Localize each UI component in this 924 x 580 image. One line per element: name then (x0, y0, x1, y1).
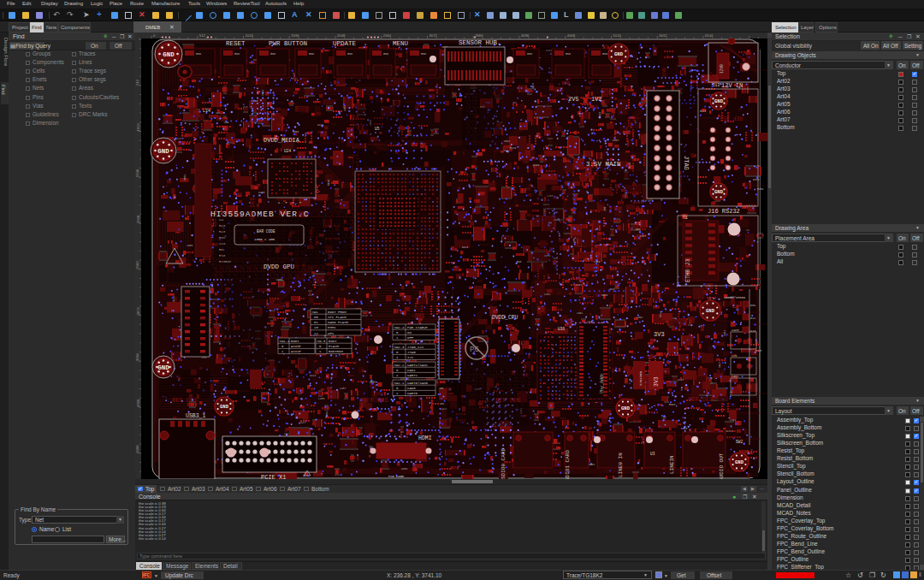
svg-text:C197: C197 (719, 362, 721, 368)
svg-text:L72: L72 (202, 357, 207, 359)
svg-text:REF DES: REF DES (172, 397, 197, 404)
svg-text:AUDIO OUT: AUDIO OUT (719, 453, 725, 479)
svg-text:J180: J180 (252, 100, 258, 103)
svg-text:C341: C341 (504, 140, 510, 143)
svg-text:U36: U36 (558, 327, 565, 331)
svg-text:SW1.4: SW1.4 (280, 340, 291, 343)
svg-text:L14: L14 (203, 109, 210, 114)
svg-text:U224: U224 (310, 375, 316, 377)
svg-text:D13: D13 (750, 329, 755, 333)
svg-text:NAND FLASH: NAND FLASH (328, 321, 349, 324)
svg-text:16mm X 4mm: 16mm X 4mm (254, 238, 275, 241)
svg-text:CAN1: CAN1 (407, 369, 416, 372)
svg-text:2560: 2560 (136, 261, 140, 269)
svg-text:2048: 2048 (136, 215, 140, 223)
svg-text:J24: J24 (504, 150, 509, 152)
svg-text:SPI FLASH: SPI FLASH (328, 316, 346, 319)
svg-text:S7N2366: S7N2366 (639, 371, 643, 386)
svg-text:U256: U256 (601, 44, 607, 47)
svg-text:SDIO1 CARD: SDIO1 CARD (565, 450, 571, 479)
svg-text:L161: L161 (730, 419, 736, 422)
svg-text:GND: GND (270, 52, 275, 56)
svg-text:U366: U366 (344, 105, 346, 111)
svg-text:1024: 1024 (246, 33, 254, 38)
svg-text:CAN0: CAN0 (407, 387, 416, 390)
svg-text:L129: L129 (594, 261, 600, 263)
svg-text:BOOT FROM: BOOT FROM (328, 311, 346, 314)
svg-text:R176R187: R176R187 (219, 261, 232, 263)
svg-text:C120: C120 (579, 154, 585, 157)
svg-text:J204: J204 (557, 123, 560, 129)
svg-text:UART0/CAN0: UART0/CAN0 (407, 382, 429, 385)
svg-text:D12: D12 (750, 317, 755, 320)
svg-text:C227: C227 (299, 422, 305, 424)
svg-text:J456: J456 (187, 245, 192, 247)
svg-text:REF DES: REF DES (688, 396, 713, 403)
svg-text:UFS: UFS (328, 332, 335, 335)
svg-text:SDIO0 CARD: SDIO0 CARD (500, 448, 506, 479)
svg-text:JTAG: JTAG (683, 156, 690, 170)
svg-text:2048: 2048 (337, 33, 346, 38)
svg-text:L74: L74 (436, 378, 439, 383)
svg-text:REF DES: REF DES (495, 397, 520, 404)
svg-text:01: 01 (314, 321, 318, 324)
svg-text:L101: L101 (544, 293, 550, 296)
svg-text:2560: 2560 (383, 33, 392, 38)
svg-text:R372: R372 (629, 131, 635, 133)
svg-text:10: 10 (314, 326, 318, 329)
svg-text:SW2: SW2 (736, 440, 743, 444)
svg-text:MENU: MENU (393, 40, 408, 47)
svg-text:U5: U5 (375, 127, 380, 131)
svg-text:GND: GND (220, 404, 229, 410)
svg-text:R209: R209 (326, 411, 329, 417)
svg-text:6144: 6144 (705, 33, 714, 38)
svg-text:SW2.1: SW2.1 (394, 382, 406, 385)
svg-text:BAR CODE: BAR CODE (257, 229, 275, 234)
svg-text:U65: U65 (573, 238, 576, 243)
svg-text:GND: GND (157, 364, 169, 371)
svg-text:R445: R445 (700, 110, 706, 113)
svg-text:DVDD_CPU: DVDD_CPU (492, 315, 518, 321)
svg-text:1024: 1024 (136, 123, 140, 132)
svg-text:R5O2R5O1: R5O2R5O1 (325, 263, 338, 266)
svg-text:D431: D431 (589, 464, 595, 466)
svg-text:D21: D21 (610, 288, 615, 291)
svg-text:J69: J69 (224, 121, 229, 124)
svg-text:3V3: 3V3 (654, 376, 660, 387)
svg-text:C125: C125 (219, 243, 225, 246)
svg-text:L352: L352 (598, 423, 601, 429)
svg-text:P6: P6 (470, 346, 479, 354)
svg-text:PWR STARUP: PWR STARUP (407, 326, 429, 329)
svg-text:3V3: 3V3 (654, 331, 665, 338)
svg-text:GND: GND (309, 52, 314, 56)
svg-text:R196: R196 (485, 442, 488, 448)
svg-text:GND: GND (157, 148, 169, 155)
svg-text:GND: GND (614, 51, 624, 57)
svg-text:GND: GND (566, 52, 571, 56)
svg-text:REF DES: REF DES (250, 198, 256, 221)
svg-text:PCB EDGE: PCB EDGE (388, 475, 405, 478)
svg-text:512: 512 (136, 79, 140, 86)
svg-text:SENSOR HUB.: SENSOR HUB. (459, 39, 501, 46)
svg-text:Phy_Addr: Phy_Addr (600, 373, 605, 394)
svg-text:12V0: 12V0 (720, 64, 724, 74)
svg-text:3584: 3584 (136, 352, 140, 361)
svg-text:4096: 4096 (136, 399, 140, 407)
svg-text:HDMI: HDMI (418, 435, 432, 441)
svg-text:R125: R125 (219, 231, 225, 234)
svg-text:SW2.4: SW2.4 (394, 326, 406, 329)
svg-text:RT40: RT40 (219, 255, 225, 257)
svg-text:R102: R102 (219, 237, 225, 240)
svg-text:J198: J198 (352, 439, 354, 445)
svg-text:DVDD GPU: DVDD GPU (264, 263, 294, 270)
svg-text:GND: GND (735, 459, 744, 465)
svg-text:U434: U434 (401, 468, 407, 471)
svg-text:REF DES: REF DES (363, 397, 388, 404)
svg-text:GND: GND (527, 52, 532, 56)
svg-text:ETH0 J3: ETH0 J3 (685, 259, 691, 282)
svg-text:C167: C167 (678, 379, 684, 382)
svg-text:L437: L437 (340, 388, 346, 390)
svg-text:1V2: 1V2 (591, 96, 602, 103)
svg-text:5120: 5120 (613, 33, 622, 38)
svg-text:D425: D425 (462, 246, 468, 249)
